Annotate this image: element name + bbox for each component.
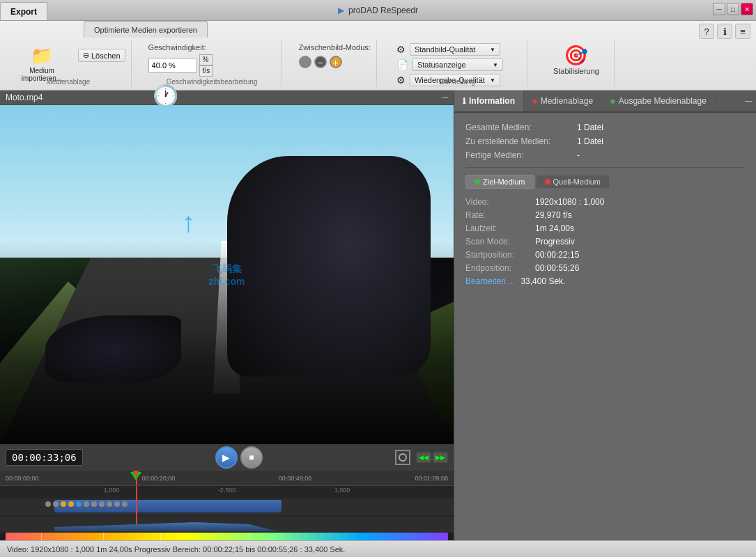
nav-prev[interactable]: ◀◀ (416, 452, 431, 463)
ziel-medium-tab[interactable]: Ziel-Medium (465, 175, 534, 189)
optimierte-tab[interactable]: Optimierte Medien exportieren (84, 21, 208, 38)
playhead[interactable] (136, 471, 137, 485)
moto-body (227, 156, 431, 377)
quell-medium-tab[interactable]: Quell-Medium (536, 175, 610, 189)
ruler-mark-4: 00:01:09;08 (415, 475, 448, 482)
rate-detail-value: 29,970 f/s (535, 210, 572, 220)
bearbeiten-detail-row: Bearbeiten ... 33,400 Sek. (465, 276, 745, 286)
start-detail-label: Startposition: (465, 250, 535, 260)
gesamte-value: 1 Datei (577, 123, 603, 132)
rpanel-minimize-btn[interactable]: ─ (741, 94, 756, 108)
sub-mark-3: 1,000 (334, 487, 350, 494)
stabilisierung-button[interactable]: 🎯 Stabilisierung (544, 40, 608, 79)
statusanzeige-dropdown[interactable]: Statusanzeige ▼ (412, 58, 503, 71)
zwischenbild-plus[interactable]: + (330, 56, 342, 68)
timeline-track-2 (0, 517, 454, 533)
app-title: ▶ proDAD ReSpeedr (338, 6, 418, 15)
timeline-tracks[interactable]: 1,000 -2,500 1,000 (0, 486, 454, 524)
export-tab[interactable]: Export (0, 2, 47, 20)
delete-button[interactable]: ⊖ Löschen (78, 49, 125, 62)
dropdown-arrow3: ▼ (490, 77, 495, 84)
scan-detail-label: Scan Mode: (465, 237, 535, 246)
zwischenbild-controls: − + (299, 56, 342, 68)
standbild-icon: ⚙ (396, 44, 406, 55)
clock-icon: 🕐 (153, 84, 178, 108)
scan-detail-value: Progressiv (535, 237, 575, 246)
gesamte-label: Gesamte Medien: (465, 123, 577, 132)
video-detail-row: Video: 1920x1080 : 1,000 (465, 197, 745, 207)
tab-information[interactable]: ℹ Information (454, 91, 524, 111)
quell-label: Quell-Medium (553, 178, 601, 186)
stop-button[interactable]: ■ (240, 446, 263, 469)
fps-unit[interactable]: f/s (199, 65, 214, 77)
end-detail-row: Endposition: 00:00:55;26 (465, 263, 745, 273)
gesamte-row: Gesamte Medien: 1 Datei (465, 123, 745, 132)
tab-medienablage[interactable]: ■ Medienablage (524, 91, 602, 111)
maximize-button[interactable]: □ (727, 3, 739, 15)
info-divider (465, 167, 745, 168)
watermark-arrow: ↑ (181, 207, 195, 238)
keyframe-dots (0, 501, 454, 507)
stabilisierung-icon: 🎯 (564, 44, 588, 67)
info-button[interactable]: ℹ (717, 24, 732, 39)
end-detail-label: Endposition: (465, 263, 535, 273)
record-dot (399, 453, 407, 462)
play-button[interactable]: ▶ (215, 446, 238, 469)
bearbeiten-detail-value: 33,400 Sek. (520, 276, 565, 286)
help-icons: ? ℹ ≡ (699, 24, 750, 39)
marker-1 (41, 533, 42, 540)
playhead-line (136, 486, 137, 524)
video-header: Moto.mp4 ─ (0, 91, 454, 105)
fertige-label: Fertige Medien: (465, 150, 577, 160)
status-bar: Video: 1920x1080 : 1,000 1m 24,00s Progr… (0, 540, 756, 557)
zwischenbild-minus[interactable]: − (314, 56, 327, 68)
ruler-mark-1: 00:00:00;00 (6, 475, 39, 482)
video-placeholder: ↑ 飞码集 zhl.com (0, 105, 454, 444)
percent-unit[interactable]: % (199, 54, 214, 65)
dropdown-arrow2: ▼ (493, 62, 498, 68)
scan-detail-row: Scan Mode: Progressiv (465, 237, 745, 246)
ribbon: Optimierte Medien exportieren 📁 Medium i… (0, 21, 756, 91)
sub-ruler: 1,000 -2,500 1,000 (0, 487, 454, 494)
dot-6 (107, 501, 112, 507)
zwischenbild-group: Zwischenbild-Modus: − + (293, 40, 377, 87)
info-panel: Gesamte Medien: 1 Datei Zu erstellende M… (454, 113, 756, 299)
dropdown-arrow1: ▼ (490, 47, 495, 53)
delete-icon: ⊖ (83, 51, 89, 60)
laufzeit-detail-row: Laufzeit: 1m 24,00s (465, 223, 745, 233)
quell-dot (545, 179, 550, 185)
main-area: Moto.mp4 ─ ↑ 飞码集 zhl.com 00:00:33;06 (0, 91, 756, 540)
dot-4 (91, 501, 97, 507)
zwischenbild-option1[interactable] (299, 56, 311, 68)
video-minimize-btn[interactable]: ─ (442, 93, 448, 102)
timeline-area: 00:00:00;00 00:00:20;00 00:00:49;06 00:0… (0, 471, 454, 540)
speed-label: Geschwindigkeit: (148, 43, 276, 52)
dot-blue-1 (76, 501, 82, 507)
sub-mark-1: 1,000 (104, 487, 120, 494)
marker-2 (103, 533, 104, 540)
video-filename: Moto.mp4 (6, 93, 43, 102)
tab-ausgabe[interactable]: ■ Ausgabe Medienablage (602, 91, 716, 111)
speed-gradient-bar (6, 533, 448, 540)
standbild-dropdown[interactable]: Standbild-Qualität ▼ (410, 43, 500, 56)
ruler-mark-2: 00:00:20;00 (142, 475, 176, 482)
fertige-row: Fertige Medien: - (465, 150, 745, 160)
speed-input[interactable] (148, 58, 197, 73)
settings-button[interactable]: ≡ (735, 24, 750, 39)
tab-ausgabe-label: Ausgabe Medienablage (619, 96, 707, 106)
close-button[interactable]: ✕ (741, 3, 753, 15)
zwischenbild-label: Zwischenbild-Modus: (299, 40, 371, 52)
ruler-mark-3: 00:00:49;06 (279, 475, 312, 482)
help-button[interactable]: ? (699, 24, 714, 39)
rate-detail-label: Rate: (465, 210, 535, 220)
title-tabs: Export (0, 0, 47, 20)
tab-medienablage-label: Medienablage (541, 96, 593, 106)
bearbeiten-link[interactable]: Bearbeiten ... (465, 276, 515, 286)
medium-tabs: Ziel-Medium Quell-Medium (465, 175, 745, 189)
timecode-display: 00:00:33;06 (6, 449, 83, 466)
marker-4 (249, 533, 249, 540)
record-button[interactable] (395, 450, 410, 465)
info-tab-icon: ℹ (463, 97, 465, 106)
nav-next[interactable]: ▶▶ (433, 452, 448, 463)
minimize-button[interactable]: ─ (713, 3, 725, 15)
